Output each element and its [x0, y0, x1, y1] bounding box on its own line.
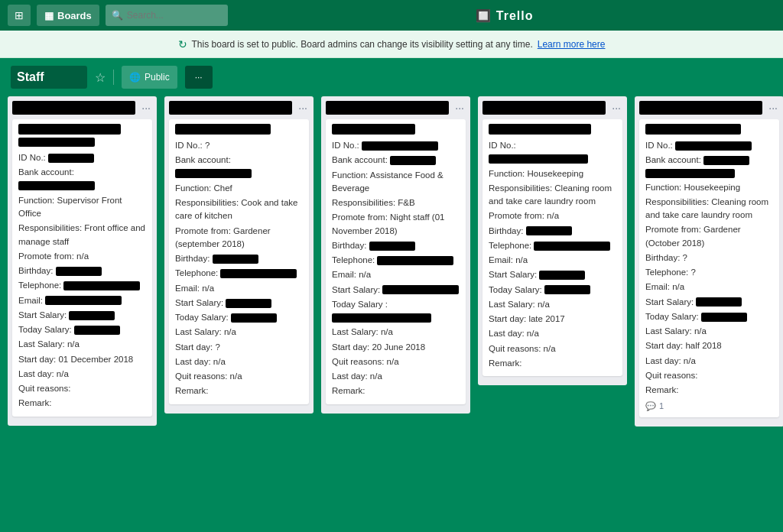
column-4-menu[interactable]: ··· [610, 102, 622, 114]
field-telephone: Telephone: [332, 254, 460, 267]
field-quit: Quit reasons: [645, 369, 773, 382]
column-2: ··· ID No.: ? Bank account: Function: Ch… [164, 96, 314, 414]
field-id-no: ID No.: [332, 139, 460, 152]
field-birthday: Birthday: ? [645, 251, 773, 264]
column-3: ··· ID No.: Bank account: Function: Assi… [321, 96, 470, 414]
field-remark: Remark: [489, 357, 616, 370]
redacted-birthday [56, 267, 102, 276]
trello-logo: 🔲 Trello [234, 8, 775, 23]
redacted-id4 [489, 154, 588, 164]
card-5-footer: 💬 1 [645, 400, 773, 413]
card-5-title [645, 124, 741, 135]
field-email: Email: [18, 294, 146, 307]
visibility-button[interactable]: 🌐 Public [122, 66, 177, 89]
learn-more-link[interactable]: Learn more here [538, 39, 606, 50]
redacted-id3 [362, 141, 438, 151]
redacted-tel2 [220, 269, 297, 278]
field-birthday: Birthday: [175, 252, 303, 265]
field-today-salary: Today Salary: [18, 323, 146, 336]
field-start-salary: Start Salary: [175, 297, 303, 310]
field-id-no: ID No.: [489, 139, 616, 166]
column-5-header: ··· [639, 101, 779, 115]
card-3-title [332, 124, 415, 135]
card-1[interactable]: ID No.: Bank account: Function: Supervis… [12, 119, 152, 417]
column-3-title [326, 101, 449, 115]
column-3-menu[interactable]: ··· [453, 102, 466, 114]
notice-icon: ↻ [178, 38, 187, 50]
field-email: Email: n/a [645, 281, 773, 294]
home-button[interactable]: ⊞ [8, 5, 31, 26]
field-id-no: ID No.: [18, 151, 146, 164]
comment-count: 1 [659, 400, 664, 413]
search-container: 🔍 [106, 5, 228, 26]
field-promote: Promote from: n/a [489, 209, 616, 222]
column-5-title [639, 101, 762, 115]
field-last-day: Last day: n/a [645, 355, 773, 368]
field-email: Email: n/a [489, 254, 616, 267]
card-2[interactable]: ID No.: ? Bank account: Function: Chef R… [169, 119, 309, 404]
field-quit: Quit reasons: n/a [489, 342, 616, 355]
notice-text: This board is set to public. Board admin… [192, 39, 533, 50]
redacted-start-sal [69, 311, 115, 320]
field-start-day: Start day: ? [175, 341, 303, 354]
redacted-email [45, 296, 122, 305]
field-last-day: Last day: n/a [175, 355, 303, 368]
board-title[interactable]: Staff [11, 66, 87, 89]
redacted-today-sal4 [544, 285, 590, 294]
field-today-salary: Today Salary: [175, 311, 303, 324]
redacted-id5 [675, 141, 752, 151]
card-5[interactable]: ID No.: Bank account: Function: Housekee… [639, 119, 779, 417]
redacted-today-sal2 [231, 313, 277, 323]
column-3-header: ··· [326, 101, 466, 115]
board-menu-button[interactable]: ··· [185, 66, 213, 89]
card-1-title [18, 124, 121, 135]
column-5-menu[interactable]: ··· [767, 102, 779, 114]
field-resp: Responsibilities: Front office and manag… [18, 222, 146, 248]
boards-icon: ▦ [44, 10, 54, 21]
field-last-day: Last day: n/a [332, 370, 460, 383]
redacted-bank3 [390, 156, 436, 165]
card-4[interactable]: ID No.: Function: Housekeeping Responsib… [482, 119, 622, 376]
board-header: Staff ☆ 🌐 Public ··· [0, 58, 783, 96]
column-2-menu[interactable]: ··· [297, 102, 309, 114]
field-remark: Remark: [18, 397, 146, 410]
visibility-label: Public [145, 72, 170, 83]
redacted-today-sal [74, 326, 120, 335]
field-last-salary: Last Salary: n/a [645, 325, 773, 338]
comment-icon: 💬 [645, 400, 656, 413]
column-2-header: ··· [169, 101, 309, 115]
redacted-id [48, 154, 94, 163]
field-birthday: Birthday: [18, 264, 146, 277]
column-1-menu[interactable]: ··· [140, 102, 152, 114]
field-bank: Bank account: [332, 154, 460, 167]
field-function: Function: Supervisor Front Office [18, 194, 146, 221]
card-4-title [489, 124, 591, 135]
field-function: Function: Assistance Food & Beverage [332, 169, 460, 196]
field-birthday: Birthday: [332, 239, 460, 252]
redacted-start-sal4 [539, 271, 585, 280]
field-start-salary: Start Salary: [645, 296, 773, 309]
column-1: ··· ID No.: Bank account: Function: Supe… [8, 96, 157, 426]
boards-button[interactable]: ▦ Boards [37, 5, 99, 26]
field-promote: Promote from: n/a [18, 250, 146, 263]
field-promote: Promote from: Gardener (October 2018) [645, 223, 773, 250]
field-id-no: ID No.: ? [175, 139, 303, 152]
field-last-salary: Last Salary: n/a [175, 326, 303, 339]
column-4-title [482, 101, 606, 115]
field-promote: Promote from: Gardener (september 2018) [175, 225, 303, 251]
field-id-no: ID No.: [645, 139, 773, 152]
field-remark: Remark: [332, 384, 460, 397]
redacted-bank2 [175, 169, 252, 178]
field-function: Function: Housekeeping [489, 167, 616, 180]
field-resp: Responsibilities: Cleaning room and take… [489, 182, 616, 209]
card-3[interactable]: ID No.: Bank account: Function: Assistan… [326, 119, 466, 404]
column-4: ··· ID No.: Function: Housekeeping Respo… [478, 96, 627, 385]
field-quit: Quit reasons: [18, 382, 146, 395]
field-start-day: Start day: 20 June 2018 [332, 341, 460, 354]
field-quit: Quit reasons: n/a [332, 355, 460, 368]
field-resp: Responsibilities: Cook and take care of … [175, 196, 303, 223]
search-input[interactable] [127, 10, 222, 21]
field-telephone: Telephone: [489, 239, 616, 252]
field-email: Email: n/a [332, 268, 460, 281]
star-button[interactable]: ☆ [95, 70, 106, 85]
